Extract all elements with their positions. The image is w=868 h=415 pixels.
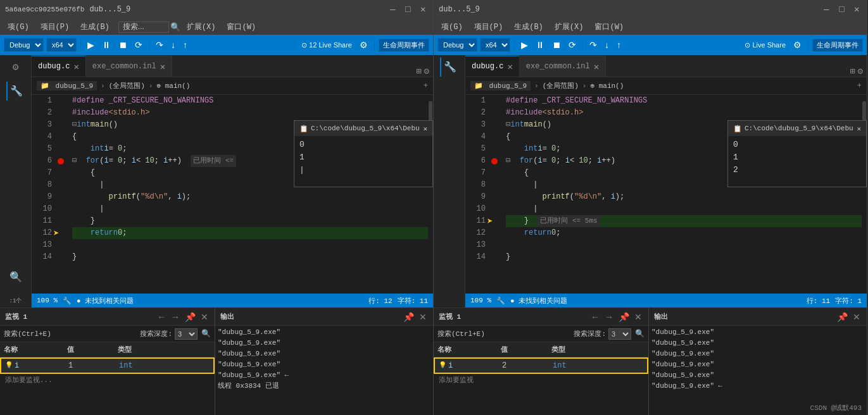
right-console-close[interactable]: ✕: [857, 125, 861, 133]
right-maximize-btn[interactable]: □: [839, 6, 846, 13]
right-watch-pin-btn[interactable]: 📌: [617, 312, 631, 322]
right-menu-ext[interactable]: 扩展(X): [550, 20, 589, 34]
right-live-share-btn[interactable]: ⊙ Live Share: [745, 41, 786, 49]
right-arch-select[interactable]: x64: [480, 38, 510, 52]
left-menu-build[interactable]: 生成(B): [75, 20, 115, 34]
right-output-pin-btn[interactable]: 📌: [836, 312, 849, 322]
right-debug-config-select[interactable]: Debug: [437, 38, 477, 52]
right-watch-search-icon[interactable]: 🔍: [635, 329, 645, 338]
left-pause-btn[interactable]: ⏸: [99, 39, 113, 51]
left-sidebar-search-icon[interactable]: 🔍: [6, 268, 25, 287]
left-maximize-btn[interactable]: □: [405, 6, 413, 13]
right-minimize-btn[interactable]: —: [824, 6, 831, 13]
left-menu-window[interactable]: 窗口(W): [222, 20, 261, 34]
right-pause-btn[interactable]: ⏸: [533, 39, 547, 51]
left-close-btn[interactable]: ✕: [420, 6, 428, 13]
left-sidebar-tools-icon[interactable]: ⚙: [6, 58, 25, 77]
left-stop-btn[interactable]: ⏹: [116, 39, 130, 51]
left-tab-exe-common-close[interactable]: ✕: [160, 61, 165, 72]
left-menu-search-input[interactable]: [118, 22, 169, 33]
right-menu-build[interactable]: 生成(B): [509, 20, 548, 34]
left-console-close[interactable]: ✕: [423, 125, 427, 133]
right-watch-fwd-btn[interactable]: →: [603, 312, 615, 322]
left-watch-search-icon[interactable]: 🔍: [201, 329, 211, 338]
left-watch-pin-btn[interactable]: 📌: [184, 312, 197, 322]
left-watch-back-btn[interactable]: ←: [156, 312, 167, 322]
right-menu-window[interactable]: 窗口(W): [589, 20, 629, 34]
right-step-out-btn[interactable]: ↑: [614, 39, 624, 51]
right-step-over-btn[interactable]: ↷: [587, 39, 600, 51]
right-status-right: 行: 11 字符: 1: [807, 296, 862, 306]
left-minimize-btn[interactable]: —: [390, 6, 398, 13]
right-tab-exe-common-close[interactable]: ✕: [594, 61, 599, 72]
left-live-share-btn[interactable]: ⊙ 12 Live Share: [301, 41, 352, 49]
right-status-problems: ● 未找到相关问题: [510, 296, 567, 306]
right-watch-add[interactable]: 添加要监视: [434, 374, 648, 386]
right-watch-depth-select[interactable]: 3: [608, 328, 631, 340]
left-menu-project[interactable]: 项目(P): [35, 20, 75, 34]
right-menu-xiang-g[interactable]: 项(G): [436, 20, 468, 34]
left-tab-gear-icon[interactable]: ⚙: [424, 66, 429, 77]
right-stop-btn[interactable]: ⏹: [550, 39, 563, 51]
right-watch-back-btn[interactable]: ←: [589, 312, 601, 322]
left-code-line-12: return 0;: [72, 227, 428, 239]
right-tab-exe-common[interactable]: exe_common.inl ✕: [520, 56, 606, 77]
right-output-panel: 输出 📌 ✕ "dubug_5_9.exe" "dubug_5_9.exe" "…: [649, 308, 867, 415]
left-tab-dubug-c[interactable]: dubug.c ✕: [32, 56, 86, 77]
left-tab-bar-actions: ⊞ ⚙: [416, 66, 433, 77]
right-tab-split-icon[interactable]: ⊞: [850, 66, 855, 77]
right-restart-btn[interactable]: ⟳: [566, 39, 579, 51]
left-code-line-14: }: [72, 251, 428, 263]
right-lifecycle-btn[interactable]: 生命周期事件: [812, 39, 863, 52]
left-output-pin-btn[interactable]: 📌: [402, 312, 415, 322]
right-watch-close-btn[interactable]: ✕: [633, 312, 643, 322]
left-step-out-btn[interactable]: ↑: [180, 39, 190, 51]
right-tab-dubug-c-close[interactable]: ✕: [507, 61, 512, 72]
right-close-btn[interactable]: ✕: [854, 6, 862, 13]
left-watch-row-i[interactable]: 💡 i 1 int: [0, 357, 215, 374]
left-restart-btn[interactable]: ⟳: [132, 39, 145, 51]
left-step-over-btn[interactable]: ↷: [153, 39, 166, 51]
left-tab-dubug-c-close[interactable]: ✕: [73, 61, 79, 72]
left-step-into-btn[interactable]: ↓: [168, 39, 178, 51]
left-settings-btn[interactable]: ⚙: [357, 39, 370, 51]
left-tab-split-icon[interactable]: ⊞: [416, 66, 421, 77]
left-breadcrumb-add[interactable]: +: [424, 82, 428, 90]
right-live-share-icon: ⊙: [745, 41, 750, 49]
left-debug-sep3: [374, 39, 375, 51]
right-title-bar: dub...5_9 — □ ✕: [434, 0, 867, 19]
right-menu-project[interactable]: 项目(P): [469, 20, 508, 34]
right-code-editor[interactable]: 1234 5678 9101112 1314: [465, 95, 867, 294]
right-output-close-btn[interactable]: ✕: [852, 312, 862, 322]
left-menu-xiang-g[interactable]: 项(G): [3, 20, 34, 34]
left-watch-add[interactable]: 添加要监视...: [0, 374, 215, 386]
left-code-editor[interactable]: 1234 5678 9101112 1314: [32, 95, 433, 294]
left-play-btn[interactable]: ▶: [85, 39, 97, 51]
right-settings-btn[interactable]: ⚙: [791, 39, 804, 51]
right-watch-depth-label: 搜索深度:: [574, 329, 606, 338]
left-arch-select[interactable]: x64: [46, 38, 77, 52]
left-output-line-3: "dubug_5_9.exe": [218, 349, 431, 359]
left-debug-config-select[interactable]: Debug: [4, 38, 44, 52]
left-live-share-label: 12 Live Share: [309, 41, 352, 49]
left-output-line-4: "dubug_5_9.exe": [218, 359, 431, 370]
left-watch-depth-select[interactable]: 3: [175, 328, 198, 340]
left-watch-fwd-btn[interactable]: →: [170, 312, 181, 322]
right-step-into-btn[interactable]: ↓: [602, 39, 612, 51]
right-tab-gear-icon[interactable]: ⚙: [858, 66, 863, 77]
right-tab-dubug-c[interactable]: dubug.c ✕: [465, 56, 520, 77]
left-editor-area: dubug.c ✕ exe_common.inl ✕ ⊞ ⚙ 📁 dubug_5…: [32, 55, 433, 307]
left-watch-close-btn[interactable]: ✕: [199, 312, 210, 322]
left-lifecycle-btn[interactable]: 生命周期事件: [379, 39, 429, 52]
left-menu-ext[interactable]: 扩展(X): [182, 20, 221, 34]
left-sidebar-debug-icon[interactable]: 🔧: [6, 82, 25, 101]
left-output-close-btn[interactable]: ✕: [418, 312, 428, 322]
left-breadcrumb-bar: 📁 dubug_5_9 › (全局范围) › ⊕ main() +: [32, 77, 433, 95]
left-tab-exe-common[interactable]: exe_common.inl ✕: [86, 56, 172, 77]
right-play-btn[interactable]: ▶: [519, 39, 531, 51]
right-breadcrumb-add[interactable]: +: [857, 82, 862, 90]
right-sidebar-debug-icon[interactable]: 🔧: [440, 58, 459, 77]
left-watch-cell-name-i: 💡 i: [1, 359, 65, 373]
right-watch-row-i[interactable]: 💡 i 2 int: [434, 357, 648, 374]
left-status-col: 字符: 11: [398, 296, 428, 306]
